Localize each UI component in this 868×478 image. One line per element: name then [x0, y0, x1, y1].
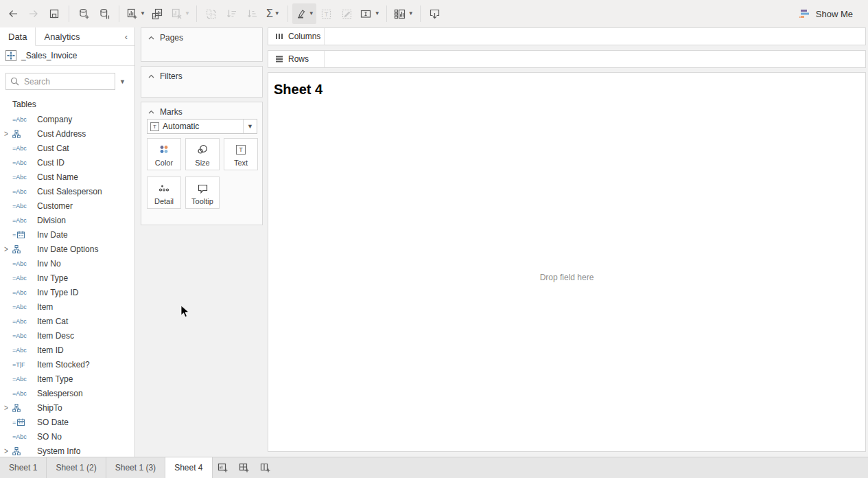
detail-button[interactable]: Detail	[147, 177, 181, 209]
size-button[interactable]: Size	[185, 138, 220, 170]
sheet-tab[interactable]: Sheet 1	[0, 457, 47, 478]
text-button[interactable]: T Text	[224, 138, 258, 170]
field-item[interactable]: =AbcItem Type	[0, 372, 134, 386]
field-item[interactable]: =AbcItem Desc	[0, 328, 134, 343]
field-label: Inv No	[37, 259, 61, 269]
field-label: Inv Type	[37, 273, 68, 283]
svg-text:T: T	[325, 10, 329, 17]
color-button[interactable]: Color	[147, 138, 181, 170]
field-item[interactable]: =T|FItem Stocked?	[0, 357, 134, 372]
search-input[interactable]	[5, 73, 115, 90]
sheet-tab[interactable]: Sheet 1 (2)	[47, 457, 106, 478]
columns-shelf-drop-area[interactable]	[325, 28, 865, 45]
new-story-tab-icon	[259, 462, 272, 474]
field-item[interactable]: =AbcCust Name	[0, 170, 134, 184]
new-worksheet-button[interactable]: ▼	[124, 3, 148, 24]
datasource-item[interactable]: _Sales_Invoice	[0, 46, 134, 66]
sheet-tab[interactable]: Sheet 4	[165, 457, 212, 478]
field-item[interactable]: =AbcCust ID	[0, 155, 134, 170]
presentation-mode-icon	[428, 8, 441, 21]
duplicate-sheet-button[interactable]	[148, 3, 168, 24]
show-hide-cards-button[interactable]: ▼	[391, 3, 416, 24]
columns-shelf[interactable]: Columns	[268, 27, 866, 45]
new-story-tab-button[interactable]	[255, 457, 277, 478]
show-me-button[interactable]: Show Me	[799, 9, 853, 19]
field-item[interactable]: =Inv Date	[0, 227, 134, 242]
field-item[interactable]: =AbcCustomer	[0, 198, 134, 213]
collapse-card-icon[interactable]	[148, 74, 154, 78]
sheet-view[interactable]: Sheet 4 Drop field here	[268, 72, 866, 452]
hierarchy-field-icon	[12, 130, 34, 138]
sort-ascending-button	[222, 3, 242, 24]
field-label: Customer	[37, 201, 73, 211]
collapse-card-icon[interactable]	[148, 36, 154, 40]
field-item[interactable]: =AbcSalesperson	[0, 386, 134, 400]
field-label: Inv Date	[37, 230, 68, 240]
field-item[interactable]: =AbcSO No	[0, 429, 134, 444]
field-label: ShipTo	[37, 403, 62, 413]
text-field-icon: =Abc	[12, 203, 34, 209]
fit-button[interactable]: ▼	[357, 3, 382, 24]
presentation-mode-button[interactable]	[425, 3, 445, 24]
field-label: Division	[37, 216, 66, 225]
expand-chevron-icon[interactable]: >	[4, 244, 12, 253]
text-field-icon: =Abc	[12, 433, 34, 440]
forward-arrow-icon	[27, 8, 40, 20]
forward-button	[23, 3, 44, 24]
rows-shelf[interactable]: Rows	[268, 50, 866, 68]
new-worksheet-tab-button[interactable]	[213, 457, 234, 478]
expand-chevron-icon[interactable]: >	[4, 403, 12, 412]
text-field-icon: =Abc	[12, 289, 34, 296]
field-item[interactable]: =AbcItem ID	[0, 343, 134, 357]
field-item[interactable]: =AbcCompany	[0, 112, 134, 126]
tables-section-label: Tables	[0, 95, 134, 112]
text-field-icon: =Abc	[12, 376, 34, 383]
field-item[interactable]: =AbcInv Type ID	[0, 285, 134, 299]
highlight-button[interactable]: ▼	[292, 3, 316, 24]
tab-data[interactable]: Data	[0, 27, 36, 46]
tooltip-button-label: Tooltip	[191, 197, 213, 205]
back-button[interactable]	[3, 3, 23, 24]
new-datasource-button[interactable]	[73, 3, 94, 24]
new-dashboard-tab-icon	[238, 462, 250, 474]
tooltip-icon	[197, 182, 209, 194]
text-field-icon: =Abc	[12, 332, 34, 339]
pause-updates-button[interactable]	[94, 3, 115, 24]
field-item[interactable]: =AbcItem Cat	[0, 314, 134, 328]
field-item[interactable]: >System Info	[0, 444, 134, 457]
rows-shelf-drop-area[interactable]	[325, 51, 865, 67]
field-label: Cust ID	[37, 158, 64, 168]
tooltip-button[interactable]: Tooltip	[185, 177, 220, 209]
collapse-panel-button[interactable]: ‹	[118, 27, 134, 45]
collapse-card-icon[interactable]	[148, 110, 154, 114]
field-item[interactable]: =AbcCust Cat	[0, 141, 134, 155]
mark-type-dropdown[interactable]: T Automatic ▼	[147, 119, 257, 134]
field-item[interactable]: =AbcInv No	[0, 256, 134, 271]
totals-button[interactable]: Σ ▼	[263, 3, 283, 24]
save-button[interactable]	[44, 3, 64, 24]
field-item[interactable]: >Inv Date Options	[0, 242, 134, 256]
sort-descending-icon	[246, 8, 259, 21]
field-item[interactable]: =AbcItem	[0, 299, 134, 314]
swap-rows-columns-button	[201, 3, 222, 24]
text-field-icon: =Abc	[12, 347, 34, 354]
expand-chevron-icon[interactable]: >	[4, 129, 12, 138]
field-item[interactable]: >ShipTo	[0, 400, 134, 415]
detail-icon	[159, 182, 169, 194]
fit-icon	[360, 8, 373, 21]
field-item[interactable]: =AbcDivision	[0, 213, 134, 227]
search-options-caret-icon[interactable]: ▼	[118, 77, 127, 87]
field-item[interactable]: =AbcCust Salesperson	[0, 184, 134, 198]
field-item[interactable]: =SO Date	[0, 415, 134, 429]
sheet-tab[interactable]: Sheet 1 (3)	[106, 457, 165, 478]
collapse-chevron-icon: ‹	[125, 32, 128, 42]
tab-analytics[interactable]: Analytics	[36, 27, 88, 45]
field-item[interactable]: =AbcInv Type	[0, 271, 134, 285]
dropdown-caret-icon: ▼	[140, 11, 145, 16]
field-label: System Info	[37, 446, 80, 456]
field-item[interactable]: >Cust Address	[0, 126, 134, 141]
sheet-tabs-bar: Sheet 1Sheet 1 (2)Sheet 1 (3)Sheet 4	[0, 457, 868, 478]
expand-chevron-icon[interactable]: >	[4, 446, 12, 455]
new-dashboard-tab-button[interactable]	[234, 457, 255, 478]
back-arrow-icon	[7, 8, 19, 20]
